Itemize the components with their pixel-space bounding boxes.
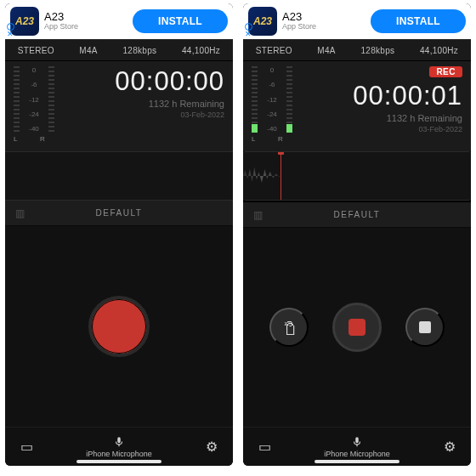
display-panel: 0-6-12-24-40 L R REC 00:00:01 1132 h Rem… — [243, 61, 471, 151]
pause-button[interactable] — [332, 303, 382, 352]
playhead — [280, 152, 281, 200]
sample-rate: 44,100Hz — [182, 46, 220, 55]
stop-icon — [419, 321, 431, 333]
folder-icon: ▥ — [15, 207, 26, 219]
display-panel: 0-6-12-24-40 L R 00:00:00 1132 h Remaini… — [5, 61, 233, 151]
stop-button[interactable] — [405, 308, 445, 347]
input-source[interactable]: iPhone Microphone — [5, 436, 233, 458]
ad-subtitle: App Store — [282, 23, 366, 31]
level-meter: 0-6-12-24-40 L R — [14, 66, 54, 133]
library-icon[interactable]: ▭ — [20, 439, 33, 455]
ad-app-title: A23 — [44, 11, 128, 23]
meter-scale: 0-6-12-24-40 — [266, 66, 278, 133]
home-indicator — [76, 460, 162, 463]
waveform[interactable] — [243, 151, 471, 201]
format-bar[interactable]: STEREO M4A 128kbps 44,100Hz — [243, 39, 471, 61]
ad-close-icon[interactable]: ✕ — [245, 31, 252, 38]
settings-icon[interactable]: ⚙ — [444, 439, 456, 455]
bitrate: 128kbps — [360, 46, 394, 55]
format-bar[interactable]: STEREO M4A 128kbps 44,100Hz — [5, 39, 233, 61]
folder-icon: ▥ — [253, 209, 264, 221]
home-indicator — [314, 460, 400, 463]
input-label: iPhone Microphone — [324, 450, 390, 458]
elapsed-time: 00:00:01 — [353, 81, 462, 111]
transport-controls: 🏷 — [243, 228, 471, 427]
install-button[interactable]: INSTALL — [133, 9, 228, 33]
tag-icon: 🏷 — [280, 320, 298, 335]
level-meter: 0-6-12-24-40 L R — [252, 66, 292, 133]
folder-row[interactable]: ▥ DEFAULT — [5, 201, 233, 226]
input-source[interactable]: iPhone Microphone — [243, 436, 471, 458]
pause-icon — [348, 319, 366, 336]
recording-date: 03-Feb-2022 — [180, 110, 224, 119]
waveform[interactable] — [5, 151, 233, 201]
format: M4A — [317, 46, 335, 55]
settings-icon[interactable]: ⚙ — [206, 439, 218, 455]
folder-row[interactable]: ▥ DEFAULT — [243, 202, 471, 228]
ad-app-icon: A23 — [10, 7, 39, 36]
meter-right — [48, 66, 54, 133]
library-icon[interactable]: ▭ — [258, 439, 271, 455]
channels: STEREO — [256, 46, 292, 55]
install-button[interactable]: INSTALL — [371, 9, 466, 33]
elapsed-time: 00:00:00 — [115, 66, 224, 97]
bottom-bar: ▭ iPhone Microphone ⚙ — [243, 427, 471, 466]
folder-name: DEFAULT — [96, 208, 143, 218]
channels: STEREO — [18, 46, 54, 55]
meter-scale: 0-6-12-24-40 — [28, 66, 40, 133]
meter-right — [286, 66, 292, 133]
microphone-icon — [113, 436, 125, 448]
ad-close-icon[interactable]: ✕ — [7, 31, 14, 38]
meter-left — [252, 66, 258, 133]
tag-button[interactable]: 🏷 — [269, 308, 309, 347]
screenshot-recording: i ✕ A23 A23 App Store INSTALL STEREO M4A… — [243, 3, 471, 466]
microphone-icon — [351, 436, 363, 448]
transport-controls — [5, 226, 233, 427]
ad-subtitle: App Store — [44, 23, 128, 31]
recording-date: 03-Feb-2022 — [418, 125, 462, 133]
folder-name: DEFAULT — [334, 210, 381, 219]
sample-rate: 44,100Hz — [420, 46, 458, 55]
record-button[interactable] — [88, 296, 150, 357]
remaining-time: 1132 h Remaining — [387, 113, 462, 123]
remaining-time: 1132 h Remaining — [149, 99, 224, 109]
input-label: iPhone Microphone — [86, 450, 152, 458]
ad-banner[interactable]: i ✕ A23 A23 App Store INSTALL — [243, 3, 471, 39]
screenshot-idle: i ✕ A23 A23 App Store INSTALL STEREO M4A… — [5, 3, 233, 466]
ad-app-icon: A23 — [248, 7, 277, 36]
ad-banner[interactable]: i ✕ A23 A23 App Store INSTALL — [5, 3, 233, 39]
format: M4A — [79, 46, 97, 55]
rec-badge: REC — [429, 66, 462, 77]
bitrate: 128kbps — [122, 46, 156, 55]
meter-left — [14, 66, 20, 133]
bottom-bar: ▭ iPhone Microphone ⚙ — [5, 427, 233, 466]
ad-app-title: A23 — [282, 11, 366, 23]
